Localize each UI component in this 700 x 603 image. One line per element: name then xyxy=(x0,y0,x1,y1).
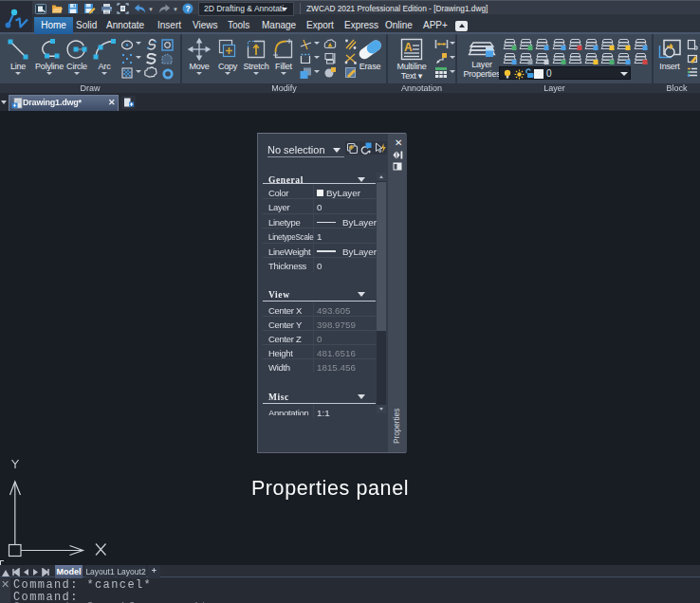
svg-text:A: A xyxy=(404,41,413,54)
svg-text:?: ? xyxy=(185,4,190,13)
